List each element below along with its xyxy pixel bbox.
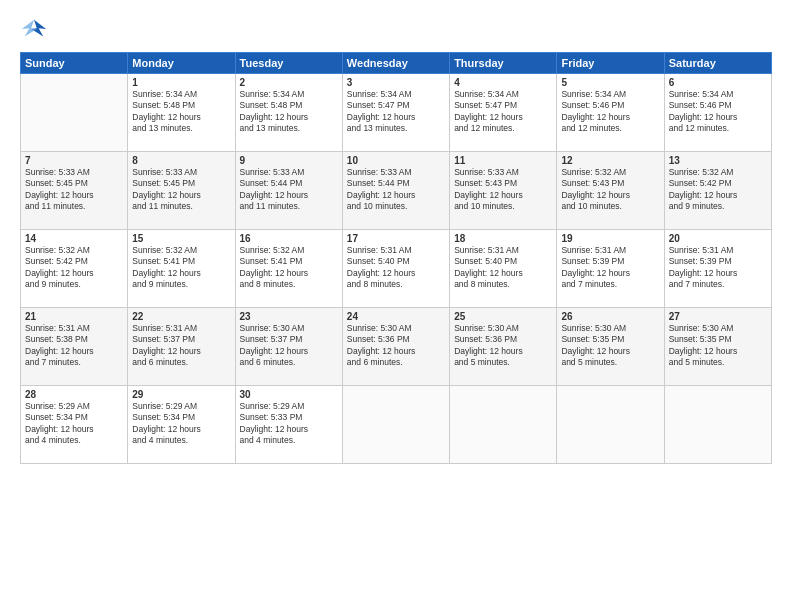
day-number: 3 — [347, 77, 445, 88]
day-number: 25 — [454, 311, 552, 322]
day-info: Sunrise: 5:32 AM Sunset: 5:43 PM Dayligh… — [561, 167, 659, 213]
day-number: 2 — [240, 77, 338, 88]
calendar-cell: 27Sunrise: 5:30 AM Sunset: 5:35 PM Dayli… — [664, 308, 771, 386]
day-number: 12 — [561, 155, 659, 166]
day-number: 22 — [132, 311, 230, 322]
day-info: Sunrise: 5:32 AM Sunset: 5:42 PM Dayligh… — [25, 245, 123, 291]
calendar-cell: 22Sunrise: 5:31 AM Sunset: 5:37 PM Dayli… — [128, 308, 235, 386]
col-header-saturday: Saturday — [664, 53, 771, 74]
day-info: Sunrise: 5:31 AM Sunset: 5:39 PM Dayligh… — [669, 245, 767, 291]
day-number: 6 — [669, 77, 767, 88]
calendar-cell — [450, 386, 557, 464]
calendar-cell: 26Sunrise: 5:30 AM Sunset: 5:35 PM Dayli… — [557, 308, 664, 386]
day-info: Sunrise: 5:30 AM Sunset: 5:35 PM Dayligh… — [669, 323, 767, 369]
calendar-cell: 1Sunrise: 5:34 AM Sunset: 5:48 PM Daylig… — [128, 74, 235, 152]
calendar-cell — [21, 74, 128, 152]
day-info: Sunrise: 5:33 AM Sunset: 5:43 PM Dayligh… — [454, 167, 552, 213]
calendar-cell: 16Sunrise: 5:32 AM Sunset: 5:41 PM Dayli… — [235, 230, 342, 308]
calendar-cell: 2Sunrise: 5:34 AM Sunset: 5:48 PM Daylig… — [235, 74, 342, 152]
day-info: Sunrise: 5:29 AM Sunset: 5:34 PM Dayligh… — [25, 401, 123, 447]
calendar-cell: 9Sunrise: 5:33 AM Sunset: 5:44 PM Daylig… — [235, 152, 342, 230]
day-info: Sunrise: 5:31 AM Sunset: 5:37 PM Dayligh… — [132, 323, 230, 369]
day-number: 10 — [347, 155, 445, 166]
page-header — [20, 16, 772, 44]
calendar-cell: 17Sunrise: 5:31 AM Sunset: 5:40 PM Dayli… — [342, 230, 449, 308]
calendar-week-4: 21Sunrise: 5:31 AM Sunset: 5:38 PM Dayli… — [21, 308, 772, 386]
day-info: Sunrise: 5:31 AM Sunset: 5:39 PM Dayligh… — [561, 245, 659, 291]
day-info: Sunrise: 5:29 AM Sunset: 5:33 PM Dayligh… — [240, 401, 338, 447]
calendar-cell: 28Sunrise: 5:29 AM Sunset: 5:34 PM Dayli… — [21, 386, 128, 464]
calendar-cell: 25Sunrise: 5:30 AM Sunset: 5:36 PM Dayli… — [450, 308, 557, 386]
day-number: 11 — [454, 155, 552, 166]
day-info: Sunrise: 5:32 AM Sunset: 5:41 PM Dayligh… — [240, 245, 338, 291]
day-info: Sunrise: 5:30 AM Sunset: 5:37 PM Dayligh… — [240, 323, 338, 369]
calendar-cell: 15Sunrise: 5:32 AM Sunset: 5:41 PM Dayli… — [128, 230, 235, 308]
day-number: 7 — [25, 155, 123, 166]
day-info: Sunrise: 5:32 AM Sunset: 5:41 PM Dayligh… — [132, 245, 230, 291]
calendar-cell: 14Sunrise: 5:32 AM Sunset: 5:42 PM Dayli… — [21, 230, 128, 308]
day-info: Sunrise: 5:34 AM Sunset: 5:48 PM Dayligh… — [132, 89, 230, 135]
day-number: 16 — [240, 233, 338, 244]
day-info: Sunrise: 5:32 AM Sunset: 5:42 PM Dayligh… — [669, 167, 767, 213]
day-number: 4 — [454, 77, 552, 88]
logo — [20, 16, 52, 44]
calendar-cell: 8Sunrise: 5:33 AM Sunset: 5:45 PM Daylig… — [128, 152, 235, 230]
day-info: Sunrise: 5:33 AM Sunset: 5:45 PM Dayligh… — [132, 167, 230, 213]
calendar-cell — [664, 386, 771, 464]
calendar-cell: 21Sunrise: 5:31 AM Sunset: 5:38 PM Dayli… — [21, 308, 128, 386]
day-number: 23 — [240, 311, 338, 322]
day-info: Sunrise: 5:33 AM Sunset: 5:44 PM Dayligh… — [347, 167, 445, 213]
svg-marker-1 — [22, 20, 37, 37]
day-info: Sunrise: 5:31 AM Sunset: 5:40 PM Dayligh… — [454, 245, 552, 291]
day-info: Sunrise: 5:34 AM Sunset: 5:46 PM Dayligh… — [669, 89, 767, 135]
day-number: 30 — [240, 389, 338, 400]
day-number: 27 — [669, 311, 767, 322]
calendar-cell: 5Sunrise: 5:34 AM Sunset: 5:46 PM Daylig… — [557, 74, 664, 152]
calendar-cell: 23Sunrise: 5:30 AM Sunset: 5:37 PM Dayli… — [235, 308, 342, 386]
day-info: Sunrise: 5:34 AM Sunset: 5:48 PM Dayligh… — [240, 89, 338, 135]
day-number: 29 — [132, 389, 230, 400]
calendar-week-1: 1Sunrise: 5:34 AM Sunset: 5:48 PM Daylig… — [21, 74, 772, 152]
logo-bird-icon — [20, 16, 48, 44]
calendar-header-row: SundayMondayTuesdayWednesdayThursdayFrid… — [21, 53, 772, 74]
day-info: Sunrise: 5:30 AM Sunset: 5:35 PM Dayligh… — [561, 323, 659, 369]
day-info: Sunrise: 5:33 AM Sunset: 5:44 PM Dayligh… — [240, 167, 338, 213]
calendar-cell: 6Sunrise: 5:34 AM Sunset: 5:46 PM Daylig… — [664, 74, 771, 152]
col-header-monday: Monday — [128, 53, 235, 74]
calendar-cell: 20Sunrise: 5:31 AM Sunset: 5:39 PM Dayli… — [664, 230, 771, 308]
calendar-week-3: 14Sunrise: 5:32 AM Sunset: 5:42 PM Dayli… — [21, 230, 772, 308]
calendar-cell: 19Sunrise: 5:31 AM Sunset: 5:39 PM Dayli… — [557, 230, 664, 308]
day-number: 1 — [132, 77, 230, 88]
day-info: Sunrise: 5:30 AM Sunset: 5:36 PM Dayligh… — [454, 323, 552, 369]
calendar-cell: 10Sunrise: 5:33 AM Sunset: 5:44 PM Dayli… — [342, 152, 449, 230]
day-number: 21 — [25, 311, 123, 322]
calendar-cell: 13Sunrise: 5:32 AM Sunset: 5:42 PM Dayli… — [664, 152, 771, 230]
day-number: 24 — [347, 311, 445, 322]
calendar-table: SundayMondayTuesdayWednesdayThursdayFrid… — [20, 52, 772, 464]
calendar-cell — [342, 386, 449, 464]
day-number: 9 — [240, 155, 338, 166]
col-header-wednesday: Wednesday — [342, 53, 449, 74]
day-number: 15 — [132, 233, 230, 244]
day-info: Sunrise: 5:34 AM Sunset: 5:47 PM Dayligh… — [347, 89, 445, 135]
day-info: Sunrise: 5:31 AM Sunset: 5:40 PM Dayligh… — [347, 245, 445, 291]
calendar-cell: 11Sunrise: 5:33 AM Sunset: 5:43 PM Dayli… — [450, 152, 557, 230]
day-number: 18 — [454, 233, 552, 244]
day-number: 28 — [25, 389, 123, 400]
calendar-week-2: 7Sunrise: 5:33 AM Sunset: 5:45 PM Daylig… — [21, 152, 772, 230]
calendar-cell: 30Sunrise: 5:29 AM Sunset: 5:33 PM Dayli… — [235, 386, 342, 464]
day-number: 5 — [561, 77, 659, 88]
day-info: Sunrise: 5:34 AM Sunset: 5:46 PM Dayligh… — [561, 89, 659, 135]
day-info: Sunrise: 5:34 AM Sunset: 5:47 PM Dayligh… — [454, 89, 552, 135]
day-info: Sunrise: 5:30 AM Sunset: 5:36 PM Dayligh… — [347, 323, 445, 369]
col-header-thursday: Thursday — [450, 53, 557, 74]
calendar-cell: 12Sunrise: 5:32 AM Sunset: 5:43 PM Dayli… — [557, 152, 664, 230]
calendar-cell: 29Sunrise: 5:29 AM Sunset: 5:34 PM Dayli… — [128, 386, 235, 464]
day-number: 13 — [669, 155, 767, 166]
day-number: 17 — [347, 233, 445, 244]
col-header-friday: Friday — [557, 53, 664, 74]
day-info: Sunrise: 5:33 AM Sunset: 5:45 PM Dayligh… — [25, 167, 123, 213]
calendar-cell: 3Sunrise: 5:34 AM Sunset: 5:47 PM Daylig… — [342, 74, 449, 152]
day-info: Sunrise: 5:31 AM Sunset: 5:38 PM Dayligh… — [25, 323, 123, 369]
day-number: 26 — [561, 311, 659, 322]
